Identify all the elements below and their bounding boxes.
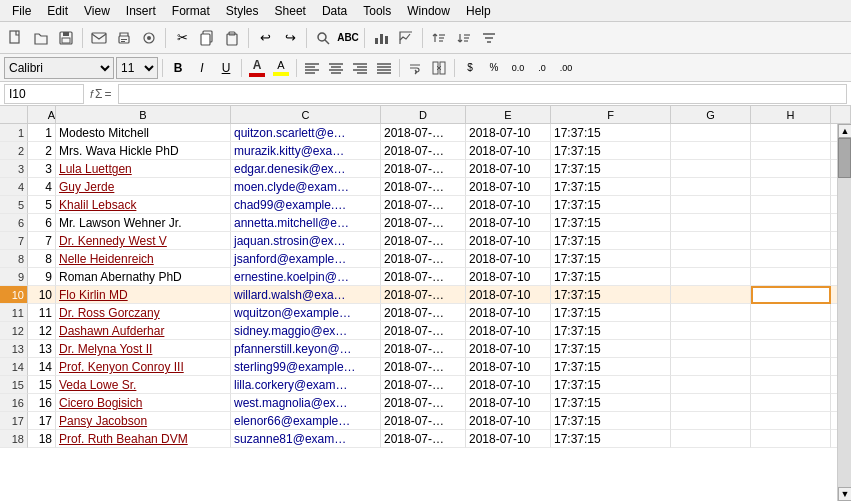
cell-f18[interactable]: 17:37:15 (551, 430, 671, 448)
align-center-button[interactable] (325, 57, 347, 79)
col-header-c[interactable]: C (231, 106, 381, 123)
col-header-a[interactable]: A (28, 106, 56, 123)
scroll-thumb[interactable] (838, 138, 851, 178)
cell-h12[interactable] (751, 322, 831, 340)
cell-g12[interactable] (671, 322, 751, 340)
table-row[interactable]: 3 3 Lula Luettgen edgar.denesik@ex… 2018… (0, 160, 837, 178)
cell-a3[interactable]: 3 (28, 160, 56, 178)
cell-e18[interactable]: 2018-07-10 (466, 430, 551, 448)
cell-b11[interactable]: Dr. Ross Gorczany (56, 304, 231, 322)
cell-g4[interactable] (671, 178, 751, 196)
cell-b9[interactable]: Roman Abernathy PhD (56, 268, 231, 286)
cell-d1[interactable]: 2018-07-… (381, 124, 466, 142)
cell-e17[interactable]: 2018-07-10 (466, 412, 551, 430)
cell-f11[interactable]: 17:37:15 (551, 304, 671, 322)
cell-g16[interactable] (671, 394, 751, 412)
cell-h18[interactable] (751, 430, 831, 448)
menu-sheet[interactable]: Sheet (267, 2, 314, 20)
save-button[interactable] (54, 26, 78, 50)
cut-button[interactable]: ✂ (170, 26, 194, 50)
cell-a12[interactable]: 12 (28, 322, 56, 340)
merge-button[interactable] (428, 57, 450, 79)
cell-h3[interactable] (751, 160, 831, 178)
highlight-color-button[interactable]: A (270, 57, 292, 79)
cell-h8[interactable] (751, 250, 831, 268)
cell-d16[interactable]: 2018-07-… (381, 394, 466, 412)
find-button[interactable] (311, 26, 335, 50)
justify-button[interactable] (373, 57, 395, 79)
cell-c3[interactable]: edgar.denesik@ex… (231, 160, 381, 178)
cell-f8[interactable]: 17:37:15 (551, 250, 671, 268)
cell-d10[interactable]: 2018-07-… (381, 286, 466, 304)
cell-d18[interactable]: 2018-07-… (381, 430, 466, 448)
cell-g14[interactable] (671, 358, 751, 376)
cell-c11[interactable]: wquitzon@example… (231, 304, 381, 322)
col-header-f[interactable]: F (551, 106, 671, 123)
cell-d4[interactable]: 2018-07-… (381, 178, 466, 196)
cell-a18[interactable]: 18 (28, 430, 56, 448)
italic-button[interactable]: I (191, 57, 213, 79)
paste-button[interactable] (220, 26, 244, 50)
cell-g10[interactable] (671, 286, 751, 304)
number-format-button[interactable]: 0.0 (507, 57, 529, 79)
cell-g13[interactable] (671, 340, 751, 358)
cell-d12[interactable]: 2018-07-… (381, 322, 466, 340)
cell-b15[interactable]: Veda Lowe Sr. (56, 376, 231, 394)
cell-e3[interactable]: 2018-07-10 (466, 160, 551, 178)
sort-desc-button[interactable] (452, 26, 476, 50)
table-row[interactable]: 7 7 Dr. Kennedy West V jaquan.strosin@ex… (0, 232, 837, 250)
menu-format[interactable]: Format (164, 2, 218, 20)
cell-e11[interactable]: 2018-07-10 (466, 304, 551, 322)
cell-h15[interactable] (751, 376, 831, 394)
cell-e16[interactable]: 2018-07-10 (466, 394, 551, 412)
cell-f16[interactable]: 17:37:15 (551, 394, 671, 412)
cell-g15[interactable] (671, 376, 751, 394)
cell-d5[interactable]: 2018-07-… (381, 196, 466, 214)
font-size-select[interactable]: 11 10 12 14 (116, 57, 158, 79)
cell-h14[interactable] (751, 358, 831, 376)
cell-h13[interactable] (751, 340, 831, 358)
wrap-button[interactable] (404, 57, 426, 79)
table-row[interactable]: 6 6 Mr. Lawson Wehner Jr. annetta.mitche… (0, 214, 837, 232)
col-header-g[interactable]: G (671, 106, 751, 123)
cell-d2[interactable]: 2018-07-… (381, 142, 466, 160)
table-row[interactable]: 13 13 Dr. Melyna Yost II pfannerstill.ke… (0, 340, 837, 358)
cell-h10[interactable] (751, 286, 831, 304)
cell-e2[interactable]: 2018-07-10 (466, 142, 551, 160)
cell-a4[interactable]: 4 (28, 178, 56, 196)
cell-f12[interactable]: 17:37:15 (551, 322, 671, 340)
cell-f3[interactable]: 17:37:15 (551, 160, 671, 178)
open-button[interactable] (29, 26, 53, 50)
cell-d14[interactable]: 2018-07-… (381, 358, 466, 376)
cell-a13[interactable]: 13 (28, 340, 56, 358)
cell-c13[interactable]: pfannerstill.keyon@… (231, 340, 381, 358)
menu-file[interactable]: File (4, 2, 39, 20)
cell-c7[interactable]: jaquan.strosin@ex… (231, 232, 381, 250)
cell-a16[interactable]: 16 (28, 394, 56, 412)
cell-d15[interactable]: 2018-07-… (381, 376, 466, 394)
cell-h17[interactable] (751, 412, 831, 430)
cell-b2[interactable]: Mrs. Wava Hickle PhD (56, 142, 231, 160)
menu-insert[interactable]: Insert (118, 2, 164, 20)
cell-f15[interactable]: 17:37:15 (551, 376, 671, 394)
cell-h5[interactable] (751, 196, 831, 214)
cell-d7[interactable]: 2018-07-… (381, 232, 466, 250)
cell-b8[interactable]: Nelle Heidenreich (56, 250, 231, 268)
cell-h2[interactable] (751, 142, 831, 160)
cell-f17[interactable]: 17:37:15 (551, 412, 671, 430)
table-row[interactable]: 10 10 Flo Kirlin MD willard.walsh@exa… 2… (0, 286, 837, 304)
bold-button[interactable]: B (167, 57, 189, 79)
cell-a5[interactable]: 5 (28, 196, 56, 214)
menu-tools[interactable]: Tools (355, 2, 399, 20)
menu-styles[interactable]: Styles (218, 2, 267, 20)
cell-d13[interactable]: 2018-07-… (381, 340, 466, 358)
cell-b14[interactable]: Prof. Kenyon Conroy III (56, 358, 231, 376)
underline-button[interactable]: U (215, 57, 237, 79)
cell-d9[interactable]: 2018-07-… (381, 268, 466, 286)
table-row[interactable]: 12 12 Dashawn Aufderhar sidney.maggio@ex… (0, 322, 837, 340)
cell-e15[interactable]: 2018-07-10 (466, 376, 551, 394)
table-row[interactable]: 16 16 Cicero Bogisich west.magnolia@ex… … (0, 394, 837, 412)
cell-h7[interactable] (751, 232, 831, 250)
formula-input[interactable] (118, 84, 848, 104)
email-button[interactable] (87, 26, 111, 50)
